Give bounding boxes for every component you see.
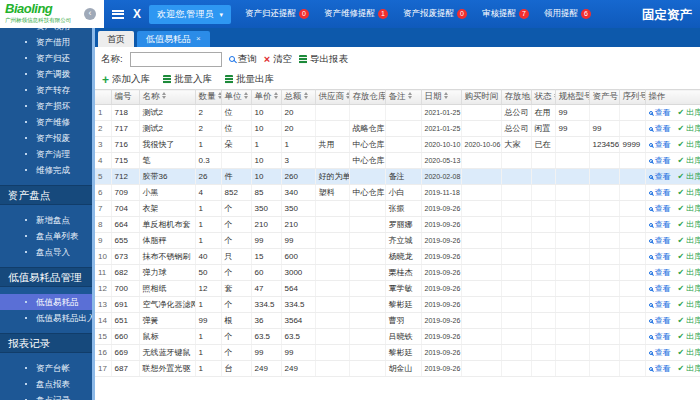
sidebar-item[interactable]: 盘点单列表 [0, 228, 95, 244]
tab-close-icon[interactable]: × [196, 35, 201, 43]
view-button[interactable]: 查看 [649, 203, 671, 214]
table-row[interactable]: 16669无线蓝牙键鼠1个9999黎彬廷2019-09-26查看✔出库 [95, 345, 700, 361]
col-header[interactable]: 存放地点 [501, 90, 531, 105]
out-stock-button[interactable]: ✔出库 [678, 139, 700, 150]
topbar-alert[interactable]: 资产归还提醒0 [245, 8, 309, 20]
sidebar-section-header[interactable]: 低值易耗品管理 [0, 267, 95, 287]
hamburger-menu-icon[interactable] [112, 10, 124, 19]
view-button[interactable]: 查看 [649, 315, 671, 326]
col-header[interactable]: 日期 [421, 90, 461, 105]
col-header[interactable]: 序列号 [619, 90, 645, 105]
sidebar-item[interactable]: 低值易耗品出入记录 [0, 310, 95, 326]
sidebar-collapse-button[interactable]: ‹ [84, 8, 96, 20]
table-row[interactable]: 3716我很快了1朵11共用中心仓库2020-10-102020-10-06大家… [95, 137, 700, 153]
col-header[interactable]: 规格型号 [555, 90, 589, 105]
table-row[interactable]: 14651弹簧99根363564曹羽2019-09-26查看✔出库 [95, 313, 700, 329]
table-row[interactable]: 11682弹力球50个603000栗桂杰2019-09-26查看✔出库 [95, 265, 700, 281]
col-header[interactable]: 单价 [251, 90, 281, 105]
view-button[interactable]: 查看 [649, 283, 671, 294]
out-stock-button[interactable]: ✔出库 [678, 251, 700, 262]
sidebar-item[interactable]: 资产损坏 [0, 98, 95, 114]
table-row[interactable]: 7704衣架1个350350张振2019-09-26查看✔出库 [95, 201, 700, 217]
sidebar-item[interactable]: 资产维修 [0, 114, 95, 130]
out-stock-button[interactable]: ✔出库 [678, 363, 700, 374]
out-stock-button[interactable]: ✔出库 [678, 347, 700, 358]
table-row[interactable]: 17687联想外置光驱1台249249胡金山2019-09-26查看✔出库 [95, 361, 700, 377]
col-header[interactable]: 资产号 [589, 90, 619, 105]
topbar-alert[interactable]: 审核提醒7 [482, 8, 529, 20]
out-stock-button[interactable]: ✔出库 [678, 107, 700, 118]
close-menu-icon[interactable]: X [133, 7, 141, 21]
col-header[interactable]: 供应商 [315, 90, 349, 105]
table-row[interactable]: 9655体脂秤1个9999齐立城2019-09-26查看✔出库 [95, 233, 700, 249]
name-search-input[interactable] [130, 52, 222, 67]
sidebar-item[interactable]: 资产台帐 [0, 360, 95, 376]
out-stock-button[interactable]: ✔出库 [678, 283, 700, 294]
tab[interactable]: 首页 [98, 31, 134, 47]
col-header[interactable]: 存放仓库 [349, 90, 385, 105]
table-row[interactable]: 2717测试22位1020战略仓库2021-01-25总公司闲置9999查看✔出… [95, 121, 700, 137]
sidebar-item[interactable]: 资产清理 [0, 146, 95, 162]
table-row[interactable]: 6709小黑485285340塑料中心仓库小白2019-11-18查看✔出库 [95, 185, 700, 201]
table-row[interactable]: 15660鼠标1个63.563.5吕晓铁2019-09-26查看✔出库 [95, 329, 700, 345]
out-stock-button[interactable]: ✔出库 [678, 219, 700, 230]
view-button[interactable]: 查看 [649, 155, 671, 166]
sidebar-item[interactable]: 盘点记录 [0, 392, 95, 400]
sidebar-item[interactable]: 盘点导入 [0, 244, 95, 260]
view-button[interactable]: 查看 [649, 267, 671, 278]
view-button[interactable]: 查看 [649, 219, 671, 230]
batch-in-button[interactable]: 批量入库 [163, 73, 212, 86]
out-stock-button[interactable]: ✔出库 [678, 235, 700, 246]
batch-out-button[interactable]: 批量出库 [225, 73, 274, 86]
sidebar-item[interactable]: 资产调拨 [0, 66, 95, 82]
sidebar-item[interactable]: 新增盘点 [0, 212, 95, 228]
search-button[interactable]: 查询 [229, 53, 257, 66]
sidebar-item[interactable]: 资产归还 [0, 50, 95, 66]
sidebar-item[interactable]: 盘点报表 [0, 376, 95, 392]
view-button[interactable]: 查看 [649, 123, 671, 134]
view-button[interactable]: 查看 [649, 347, 671, 358]
view-button[interactable]: 查看 [649, 331, 671, 342]
export-report-button[interactable]: 导出报表 [299, 53, 348, 66]
view-button[interactable]: 查看 [649, 139, 671, 150]
clear-button[interactable]: × 清空 [264, 53, 292, 66]
sidebar-section-header[interactable]: 报表记录 [0, 333, 95, 353]
view-button[interactable]: 查看 [649, 251, 671, 262]
user-welcome-dropdown[interactable]: 欢迎您,管理员▾ [149, 5, 231, 24]
col-header[interactable]: 状态 [531, 90, 555, 105]
table-row[interactable]: 13691空气净化器滤网1个334.5334.5黎彬廷2019-09-26查看✔… [95, 297, 700, 313]
table-row[interactable]: 5712胶带3626件10260好的为单号备注2020-02-08查看✔出库 [95, 169, 700, 185]
col-header[interactable]: 数量 [195, 90, 221, 105]
out-stock-button[interactable]: ✔出库 [678, 171, 700, 182]
tab[interactable]: 低值易耗品× [137, 31, 210, 47]
view-button[interactable]: 查看 [649, 235, 671, 246]
view-button[interactable]: 查看 [649, 187, 671, 198]
topbar-alert[interactable]: 领用提醒6 [544, 8, 591, 20]
table-row[interactable]: 12700照相纸12套47564覃学敏2019-09-26查看✔出库 [95, 281, 700, 297]
table-row[interactable]: 10673抹布不锈钢刷40只15600杨晓龙2019-09-26查看✔出库 [95, 249, 700, 265]
out-stock-button[interactable]: ✔出库 [678, 203, 700, 214]
sidebar-item[interactable]: 低值易耗品 [0, 294, 95, 310]
view-button[interactable]: 查看 [649, 363, 671, 374]
out-stock-button[interactable]: ✔出库 [678, 267, 700, 278]
col-header[interactable]: 总额 [281, 90, 315, 105]
view-button[interactable]: 查看 [649, 171, 671, 182]
out-stock-button[interactable]: ✔出库 [678, 187, 700, 198]
add-stock-button[interactable]: + 添加入库 [102, 73, 150, 86]
sidebar-item[interactable]: 资产报废 [0, 130, 95, 146]
table-row[interactable]: 4715笔0.3103中心仓库2020-05-13查看✔出库 [95, 153, 700, 169]
topbar-alert[interactable]: 资产报废提醒0 [403, 8, 467, 20]
out-stock-button[interactable]: ✔出库 [678, 123, 700, 134]
view-button[interactable]: 查看 [649, 299, 671, 310]
sidebar-section-header[interactable]: 资产盘点 [0, 185, 95, 205]
sidebar-item[interactable]: 资产借用 [0, 34, 95, 50]
out-stock-button[interactable]: ✔出库 [678, 331, 700, 342]
out-stock-button[interactable]: ✔出库 [678, 315, 700, 326]
topbar-alert[interactable]: 资产维修提醒1 [324, 8, 388, 20]
view-button[interactable]: 查看 [649, 107, 671, 118]
sidebar-item[interactable]: 维修完成 [0, 162, 95, 178]
out-stock-button[interactable]: ✔出库 [678, 155, 700, 166]
table-row[interactable]: 1718测试22位10202021-01-25总公司在用99查看✔出库 [95, 105, 700, 121]
col-header[interactable]: 单位 [221, 90, 251, 105]
table-row[interactable]: 8664单反相机布套1个210210罗丽娜2019-09-26查看✔出库 [95, 217, 700, 233]
